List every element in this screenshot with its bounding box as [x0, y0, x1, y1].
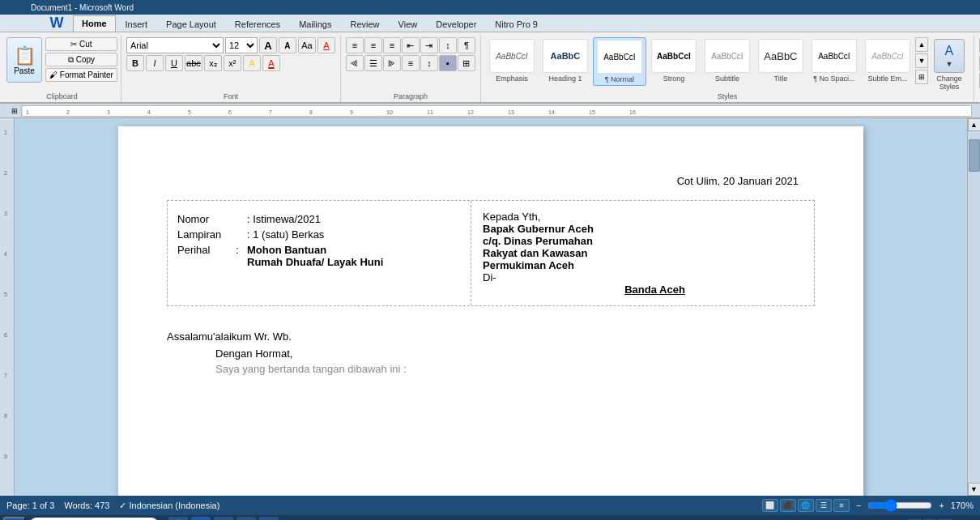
tab-view[interactable]: View: [390, 16, 427, 32]
shading-button[interactable]: ▪: [439, 55, 457, 71]
style-no-spacing[interactable]: AaBbCcI ¶ No Spaci...: [808, 37, 860, 84]
font-shrink-button[interactable]: A: [279, 37, 296, 53]
lampiran-value: : 1 (satu) Berkas: [247, 228, 461, 241]
show-marks-button[interactable]: ¶: [458, 37, 475, 53]
copy-button[interactable]: ⧉ Copy: [45, 53, 117, 66]
zoom-plus[interactable]: +: [939, 501, 944, 510]
scroll-down-button[interactable]: ▼: [968, 483, 981, 496]
language-indicator[interactable]: ✓ Indonesian (Indonesia): [119, 501, 219, 511]
format-painter-button[interactable]: 🖌 Format Painter: [45, 68, 117, 82]
font-family-select[interactable]: Arial: [126, 37, 224, 53]
strikethrough-button[interactable]: abc: [185, 55, 202, 71]
styles-group-label: Styles: [486, 92, 969, 100]
align-left-button[interactable]: ⫷: [346, 55, 364, 71]
align-center-button[interactable]: ☰: [364, 55, 382, 71]
svg-text:2: 2: [4, 170, 7, 176]
draft-button[interactable]: ≡: [833, 499, 850, 512]
style-normal[interactable]: AaBbCcI ¶ Normal: [593, 37, 646, 86]
style-strong-label: Strong: [663, 75, 685, 83]
recipient-city: Banda Aceh: [507, 283, 803, 296]
styles-expand[interactable]: ⊞: [915, 70, 928, 84]
style-title[interactable]: AaBbC Title: [755, 37, 807, 84]
style-subtle-em[interactable]: AaBbCcI Subtle Em...: [862, 37, 914, 84]
bullets-button[interactable]: ≡: [346, 37, 364, 53]
multilevel-button[interactable]: ≡: [383, 37, 401, 53]
taskbar-file-icon[interactable]: 📁: [214, 517, 233, 520]
subscript-button[interactable]: x₂: [204, 55, 222, 71]
taskbar-mail-icon[interactable]: ✉: [236, 517, 256, 520]
borders-button[interactable]: ⊞: [458, 55, 475, 71]
outline-button[interactable]: ☰: [816, 499, 832, 512]
line-spacing-button[interactable]: ↕: [420, 55, 438, 71]
scroll-track[interactable]: [969, 131, 980, 483]
font-color-button[interactable]: A: [262, 55, 280, 71]
letter-sections: Nomor : Istimewa/2021 Lampiran : 1 (satu…: [167, 200, 815, 306]
styles-scroll-down[interactable]: ▼: [915, 53, 928, 68]
styles-scroll-up[interactable]: ▲: [915, 37, 928, 52]
tab-nitro[interactable]: Nitro Pro 9: [486, 16, 547, 32]
highlight-button[interactable]: A: [243, 55, 261, 71]
letter-body: Assalamu'alaikum Wr. Wb. Dengan Hormat, …: [167, 330, 815, 375]
salutation: Assalamu'alaikum Wr. Wb.: [167, 330, 815, 343]
numbering-button[interactable]: ≡: [364, 37, 382, 53]
ruler-inner: 1 2 3 4 5 6 7 8 9 10 11 12 13 14 15 16: [21, 105, 972, 117]
svg-text:15: 15: [589, 109, 595, 115]
style-title-preview: AaBbC: [758, 39, 803, 73]
align-right-button[interactable]: ⫸: [383, 55, 401, 71]
style-normal-label: ¶ Normal: [605, 75, 634, 83]
font-size-select[interactable]: 12: [225, 37, 258, 53]
underline-button[interactable]: U: [165, 55, 183, 71]
taskbar-chrome-icon[interactable]: 🌐: [168, 517, 188, 520]
tab-review[interactable]: Review: [341, 16, 388, 32]
taskbar-settings-icon[interactable]: ⚙: [259, 517, 279, 520]
font-grow-button[interactable]: A: [259, 37, 277, 53]
tab-references[interactable]: References: [226, 16, 289, 32]
style-subtitle[interactable]: AaBbCcI Subtitle: [701, 37, 753, 84]
style-subtle-em-label: Subtle Em...: [867, 75, 907, 83]
style-heading1-preview: AaBbC: [543, 39, 588, 73]
decrease-indent-button[interactable]: ⇤: [402, 37, 420, 53]
page[interactable]: Cot Ulim, 20 Januari 2021 Nomor : Istime…: [118, 126, 863, 496]
web-layout-button[interactable]: 🌐: [798, 499, 814, 512]
font-group: Arial 12 A A Aa A B I U abc x₂ x² A A Fo…: [121, 36, 341, 102]
change-styles-button[interactable]: A ▼ Change Styles: [930, 37, 969, 92]
svg-text:3: 3: [107, 109, 110, 115]
lampiran-label: Lampiran: [177, 228, 234, 241]
scroll-thumb[interactable]: [969, 139, 980, 172]
perihal-value: Mohon Bantuan Rumah Dhuafa/ Layak Huni: [247, 243, 461, 269]
paste-button[interactable]: 📋 Paste: [6, 37, 42, 83]
style-emphasis[interactable]: AaBbCcI Emphasis: [486, 37, 538, 84]
print-layout-button[interactable]: ⬜: [762, 499, 778, 512]
superscript-button[interactable]: x²: [224, 55, 241, 71]
full-screen-button[interactable]: ⬛: [780, 499, 796, 512]
italic-button[interactable]: I: [146, 55, 164, 71]
change-case-button[interactable]: Aa: [298, 37, 316, 53]
tab-home[interactable]: Home: [73, 15, 116, 32]
style-strong-preview: AaBbCcI: [651, 39, 697, 73]
clear-format-button[interactable]: A: [317, 37, 335, 53]
taskbar-word-icon[interactable]: W: [191, 517, 211, 520]
ruler-toggle[interactable]: ⊞: [8, 107, 21, 115]
increase-indent-button[interactable]: ⇥: [420, 37, 438, 53]
svg-text:6: 6: [228, 109, 232, 115]
tab-page-layout[interactable]: Page Layout: [157, 16, 225, 32]
recipient-intro: Kepada Yth,: [483, 211, 803, 223]
zoom-slider[interactable]: [867, 501, 932, 510]
style-title-label: Title: [774, 75, 788, 83]
start-button[interactable]: ⊞: [3, 517, 26, 520]
justify-button[interactable]: ≡: [402, 55, 420, 71]
ribbon: 📋 Paste ✂ Cut ⧉ Copy 🖌 Format Painter Cl…: [0, 32, 980, 104]
tab-mailings[interactable]: Mailings: [290, 16, 340, 32]
style-heading1[interactable]: AaBbC Heading 1: [539, 37, 591, 84]
cut-button[interactable]: ✂ Cut: [45, 37, 117, 51]
bold-button[interactable]: B: [126, 55, 144, 71]
scroll-up-button[interactable]: ▲: [968, 118, 981, 131]
style-no-spacing-label: ¶ No Spaci...: [813, 75, 854, 83]
tab-developer[interactable]: Developer: [427, 16, 485, 32]
letter-info-column: Nomor : Istimewa/2021 Lampiran : 1 (satu…: [168, 201, 471, 305]
sort-button[interactable]: ↕: [439, 37, 457, 53]
tab-insert[interactable]: Insert: [117, 16, 157, 32]
zoom-minus[interactable]: −: [856, 501, 861, 510]
style-strong[interactable]: AaBbCcI Strong: [648, 37, 700, 84]
page-info: Page: 1 of 3: [6, 501, 54, 510]
